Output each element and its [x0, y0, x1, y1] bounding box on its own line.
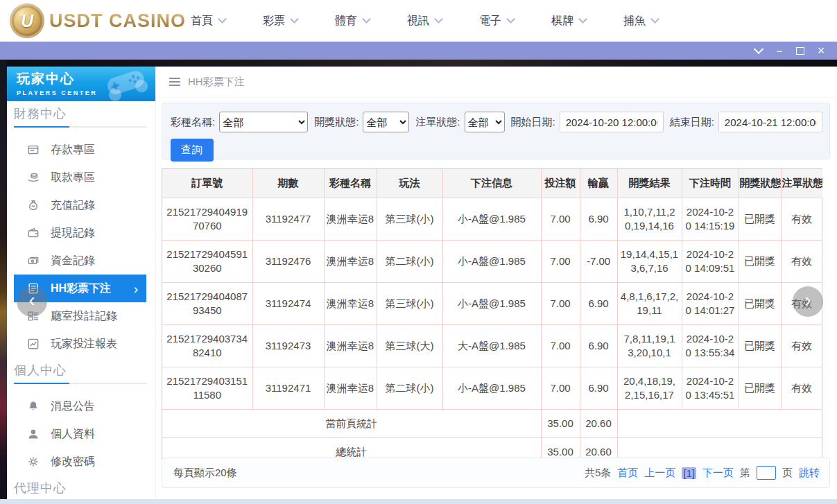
- logo-coin-icon: U: [10, 3, 44, 38]
- cell-bet-info: 小-A盤@1.985: [442, 367, 541, 410]
- sidebar-item-1-2[interactable]: 修改密碼: [7, 448, 155, 476]
- pagination-bar: 每頁顯示20條 共5条 首页 上一页 [1] 下一页 第 页 跳转: [162, 458, 830, 488]
- nav-item-1[interactable]: 彩票: [244, 0, 316, 42]
- section-underline: [14, 126, 147, 128]
- cell-bet-time: 2024-10-20 14:09:51: [682, 241, 739, 283]
- col-header-bet-amount: 投注額: [541, 169, 580, 198]
- window-minimize-icon[interactable]: −: [769, 42, 790, 60]
- cell-order-status: 有效: [781, 198, 822, 241]
- window-titlebar: − ×: [0, 42, 837, 60]
- sidebar-item-label: HH彩票下注: [51, 281, 111, 296]
- cell-bet-time: 2024-10-20 14:15:19: [682, 198, 739, 241]
- draw-status-label: 開獎狀態:: [314, 116, 359, 129]
- cell-draw-status: 已開獎: [739, 198, 781, 241]
- end-date-label: 結束日期:: [670, 116, 714, 129]
- cell-draw-status: 已開獎: [739, 325, 781, 367]
- sidebar-item-label: 個人資料: [51, 427, 95, 442]
- jump-button[interactable]: 跳转: [799, 467, 820, 480]
- cell-order-no: 2152172940459130260: [162, 241, 252, 283]
- window-close-icon[interactable]: ×: [811, 42, 831, 60]
- site-header: U USDT CASINO 首頁彩票體育視訊電子棋牌捕魚: [0, 0, 837, 42]
- nav-item-6[interactable]: 捕魚: [605, 0, 677, 42]
- table-row-4: 215217294031511158031192471澳洲幸运8第二球(小)小-…: [162, 367, 822, 410]
- sidebar-item-label: 修改密碼: [51, 455, 95, 469]
- order-status-label: 注單狀態:: [415, 116, 460, 129]
- end-date-input[interactable]: [718, 112, 822, 132]
- cell-draw-status: 已開獎: [739, 367, 781, 410]
- draw-status-select[interactable]: 全部: [363, 112, 409, 132]
- sidebar-item-1-1[interactable]: 個人資料: [7, 420, 155, 448]
- sidebar-item-0-3[interactable]: 提現記錄: [7, 219, 155, 247]
- cell-bet-info: 小-A盤@1.985: [442, 283, 541, 325]
- cell-order-no: 2152172940491970760: [162, 198, 252, 241]
- table-row-3: 215217294037348241031192473澳洲幸运8第三球(大)大-…: [162, 325, 822, 367]
- summary-label: 當前頁統計: [162, 410, 541, 438]
- cell-bet-info: 大-A盤@1.985: [442, 325, 541, 367]
- bottom-strip: [0, 499, 837, 504]
- cell-win-loss: 6.90: [580, 198, 617, 241]
- sidebar-item-label: 存款專區: [51, 143, 95, 157]
- prev-page-link[interactable]: 上一页: [644, 467, 675, 480]
- bell-icon: [26, 399, 40, 413]
- nav-item-4[interactable]: 電子: [460, 0, 533, 42]
- chevron-down-icon: [650, 15, 659, 24]
- window-maximize-icon[interactable]: [790, 42, 811, 60]
- menu-toggle-icon[interactable]: [169, 81, 180, 82]
- nav-item-label: 捕魚: [623, 14, 646, 28]
- logo[interactable]: U USDT CASINO: [10, 3, 186, 38]
- current-page[interactable]: [1]: [682, 467, 696, 479]
- page-size-text: 每頁顯示20條: [173, 467, 237, 480]
- col-header-order-no: 訂單號: [162, 169, 252, 198]
- sidebar-item-0-7[interactable]: 玩家投注報表: [7, 330, 155, 358]
- table-header-row: 訂單號期數彩種名稱玩法下注信息投注額輸贏開獎結果下注時間開獎狀態注單狀態: [162, 169, 822, 198]
- query-button[interactable]: 查詢: [171, 139, 214, 162]
- cell-lottery-name: 澳洲幸运8: [324, 367, 377, 410]
- section-title: 財務中心: [14, 105, 155, 122]
- cell-bet-amount: 7.00: [541, 283, 580, 325]
- page-number-input[interactable]: [757, 466, 776, 480]
- cell-win-loss: -7.00: [580, 241, 617, 283]
- background-strip-left: [0, 60, 7, 504]
- sidebar: 玩家中心 PLAYERS CENTER 財務中心存款專區取款專區充值記錄提現記錄…: [7, 67, 156, 499]
- cell-draw-result: 7,8,11,19,13,20,10,1: [617, 325, 682, 367]
- gear-icon: [26, 455, 40, 469]
- col-header-bet-time: 下注時間: [682, 169, 739, 198]
- sidebar-item-0-4[interactable]: 資金記錄: [7, 247, 155, 275]
- cell-bet-time: 2024-10-20 13:45:51: [682, 367, 739, 410]
- col-header-bet-info: 下注信息: [442, 169, 541, 198]
- cell-order-no: 2152172940315111580: [162, 367, 252, 410]
- breadcrumb: HH彩票下注: [157, 67, 837, 98]
- sidebar-item-0-1[interactable]: 取款專區: [7, 164, 155, 191]
- first-page-link[interactable]: 首页: [617, 467, 638, 480]
- order-status-select[interactable]: 全部: [465, 112, 505, 132]
- nav-item-label: 首頁: [191, 14, 213, 28]
- withdraw-icon: [26, 171, 40, 184]
- deposit-icon: [26, 143, 40, 157]
- start-date-input[interactable]: [560, 112, 664, 132]
- cell-play: 第二球(小): [377, 367, 442, 410]
- nav-item-3[interactable]: 視訊: [388, 0, 460, 42]
- user-icon: [26, 427, 40, 441]
- section-title: 個人中心: [14, 362, 155, 379]
- cell-order-status: 有效: [781, 367, 822, 410]
- nav-item-2[interactable]: 體育: [316, 0, 388, 42]
- next-page-link[interactable]: 下一页: [702, 467, 734, 480]
- cell-lottery-name: 澳洲幸运8: [324, 325, 377, 367]
- sidebar-item-1-0[interactable]: 消息公告: [7, 392, 155, 420]
- cell-bet-amount: 7.00: [541, 198, 580, 241]
- sidebar-item-0-2[interactable]: 充值記錄: [7, 191, 155, 219]
- filter-panel: 彩種名稱: 全部 開獎狀態: 全部 注單狀態: 全部 開始日期: 結束日期: 查…: [162, 103, 830, 159]
- cell-order-no: 2152172940408793450: [162, 283, 252, 325]
- window-chevron-down-icon[interactable]: [748, 42, 769, 60]
- summary-empty: [617, 410, 822, 438]
- cell-bet-amount: 7.00: [541, 367, 580, 410]
- collapse-sidebar-button[interactable]: ‹: [17, 286, 47, 317]
- nav-item-5[interactable]: 棋牌: [533, 0, 605, 42]
- sidebar-item-0-0[interactable]: 存款專區: [7, 136, 155, 164]
- lottery-name-select[interactable]: 全部: [219, 112, 308, 132]
- cell-bet-info: 小-A盤@1.985: [442, 241, 541, 283]
- nav-item-0[interactable]: 首頁: [172, 0, 244, 42]
- sidebar-item-label: 取款專區: [51, 171, 95, 185]
- expand-panel-button[interactable]: ›: [793, 286, 823, 317]
- cell-win-loss: 6.90: [580, 367, 617, 410]
